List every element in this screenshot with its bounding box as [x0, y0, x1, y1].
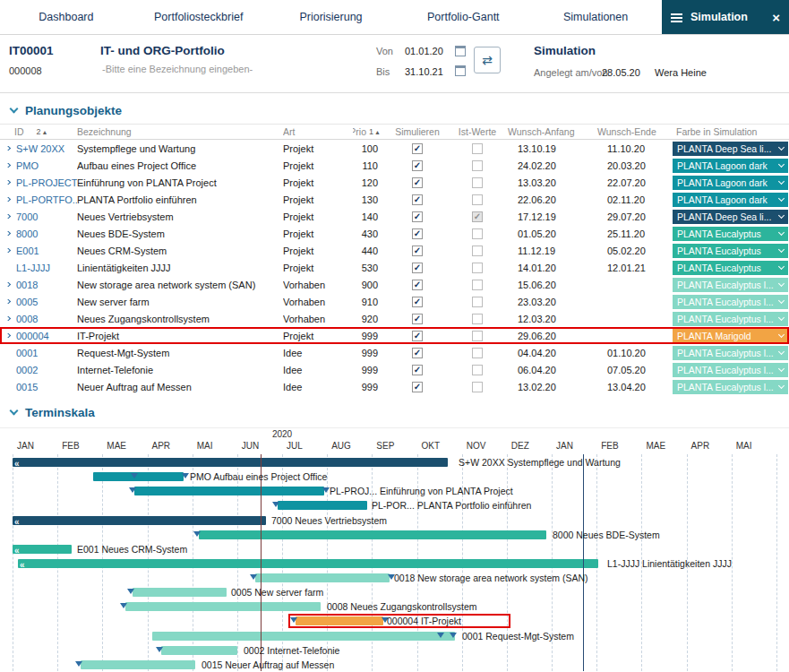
simulieren-checkbox[interactable]: ✓ [385, 246, 450, 256]
expand-icon[interactable] [0, 180, 14, 185]
istwerte-checkbox[interactable] [450, 177, 505, 188]
color-dropdown[interactable]: PLANTA Lagoon dark [672, 176, 789, 190]
color-dropdown[interactable]: PLANTA Eucalyptus [672, 244, 789, 258]
simulieren-checkbox[interactable]: ✓ [385, 382, 450, 392]
color-dropdown[interactable]: PLANTA Eucalyptus l... [672, 295, 789, 309]
color-dropdown[interactable]: PLANTA Eucalyptus l... [672, 380, 789, 394]
table-row[interactable]: PMOAufbau eines Project OfficeProjekt110… [0, 157, 789, 174]
table-row[interactable]: 0015Neuer Auftrag auf MessenIdee999✓13.0… [0, 378, 789, 395]
expand-icon[interactable] [0, 163, 14, 168]
expand-icon[interactable] [0, 248, 14, 253]
gantt-bar[interactable] [278, 501, 367, 510]
col-prio[interactable]: Prio 1 ▲ [353, 126, 385, 137]
calendar-icon[interactable] [455, 65, 466, 76]
col-istwerte[interactable]: Ist-Werte [450, 126, 505, 137]
portfolio-subtitle[interactable]: -Bitte eine Bezeichnung eingeben- [102, 64, 253, 74]
nav-simulationen[interactable]: Simulationen [529, 0, 662, 34]
gantt-bar[interactable]: « [13, 545, 72, 554]
color-dropdown[interactable]: PLANTA Eucalyptus l... [672, 346, 789, 360]
gantt-bar[interactable]: « [13, 516, 266, 525]
expand-icon[interactable] [0, 146, 14, 151]
gantt-bar[interactable] [133, 588, 227, 597]
row-id[interactable]: 0018 [14, 280, 77, 290]
expand-icon[interactable] [0, 282, 14, 287]
col-wunsch-anfang[interactable]: Wunsch-Anfang [505, 126, 595, 137]
expand-icon[interactable] [0, 333, 14, 338]
row-id[interactable]: E001 [14, 246, 77, 256]
col-wunsch-ende[interactable]: Wunsch-Ende [595, 126, 672, 137]
istwerte-checkbox[interactable] [450, 348, 505, 358]
calendar-icon[interactable] [455, 46, 466, 56]
col-art[interactable]: Art [283, 126, 353, 137]
table-row[interactable]: 000004IT-ProjektProjekt999✓29.06.20PLANT… [0, 327, 789, 344]
color-dropdown[interactable]: PLANTA Eucalyptus [672, 227, 789, 241]
simulieren-checkbox[interactable]: ✓ [385, 177, 450, 188]
row-id[interactable]: PL-PROJECT [14, 177, 77, 188]
simulieren-checkbox[interactable]: ✓ [385, 143, 450, 154]
expand-icon[interactable] [0, 316, 14, 321]
gantt-bar[interactable] [134, 487, 324, 495]
table-row[interactable]: 0002Internet-TelefonieIdee999✓06.04.2007… [0, 361, 789, 378]
col-farbe[interactable]: Farbe in Simulation [672, 126, 789, 137]
row-id[interactable]: 0002 [14, 365, 77, 375]
row-id[interactable]: 0015 [14, 382, 77, 392]
row-id[interactable]: 0001 [14, 348, 77, 358]
table-row[interactable]: S+W 20XXSystempflege und WartungProjekt1… [0, 140, 789, 157]
col-simulieren[interactable]: Simulieren [385, 126, 450, 137]
expand-icon[interactable] [0, 214, 14, 219]
table-row[interactable]: 0018New storage area network system (SAN… [0, 276, 789, 293]
row-id[interactable]: PMO [14, 160, 77, 171]
color-dropdown[interactable]: PLANTA Lagoon dark [672, 193, 789, 207]
chevron-down-icon[interactable] [10, 105, 19, 114]
gantt-bar[interactable]: « [18, 559, 598, 568]
row-id[interactable]: 000004 [14, 331, 77, 341]
gantt-bar[interactable] [161, 646, 237, 655]
nav-priorisierung[interactable]: Priorisierung [265, 0, 398, 34]
expand-icon[interactable] [0, 197, 14, 202]
simulieren-checkbox[interactable]: ✓ [385, 211, 450, 222]
nav-portfoliosteckbrief[interactable]: Portfoliosteckbrief [133, 0, 265, 34]
table-row[interactable]: 7000Neues VertriebsystemProjekt140✓✓17.1… [0, 208, 789, 225]
row-id[interactable]: 0008 [14, 314, 77, 324]
gantt-bar[interactable] [81, 660, 195, 669]
gantt-bar[interactable]: « [13, 458, 448, 467]
col-bezeichnung[interactable]: Bezeichnung [77, 126, 283, 137]
row-id[interactable]: 0005 [14, 297, 77, 307]
row-id[interactable]: PL-PORTFO... [14, 194, 77, 205]
von-date-field[interactable]: 01.01.20 [405, 46, 443, 56]
simulieren-checkbox[interactable]: ✓ [385, 228, 450, 239]
istwerte-checkbox[interactable] [450, 194, 505, 205]
color-dropdown[interactable]: PLANTA Eucalyptus l... [672, 363, 789, 377]
simulieren-checkbox[interactable]: ✓ [385, 314, 450, 324]
gantt-bar[interactable] [199, 530, 546, 539]
refresh-button[interactable]: ⇄ [474, 47, 501, 73]
table-row[interactable]: 8000Neues BDE-SystemProjekt430✓01.05.202… [0, 225, 789, 242]
gantt-bar[interactable] [255, 573, 390, 582]
simulieren-checkbox[interactable]: ✓ [385, 331, 450, 341]
color-dropdown[interactable]: PLANTA Deep Sea li... [672, 142, 789, 156]
gantt-bar[interactable] [93, 472, 184, 481]
expand-icon[interactable] [0, 299, 14, 304]
table-row[interactable]: 0008Neues ZugangskontrollsystemVorhaben9… [0, 310, 789, 327]
table-row[interactable]: PL-PORTFO...PLANTA Portfolio einführenPr… [0, 191, 789, 208]
istwerte-checkbox[interactable] [450, 314, 505, 324]
istwerte-checkbox[interactable] [450, 246, 505, 256]
expand-icon[interactable] [0, 231, 14, 236]
gantt-bar[interactable] [125, 602, 321, 611]
simulieren-checkbox[interactable]: ✓ [385, 263, 450, 273]
table-row[interactable]: 0001Request-Mgt-SystemIdee999✓04.04.2001… [0, 344, 789, 361]
table-row[interactable]: E001Neues CRM-SystemProjekt440✓11.12.190… [0, 242, 789, 259]
close-icon[interactable]: × [772, 11, 780, 24]
table-row[interactable]: PL-PROJECTEinführung von PLANTA ProjectP… [0, 174, 789, 191]
istwerte-checkbox[interactable] [450, 263, 505, 273]
col-id[interactable]: ID 2 ▲ [14, 126, 77, 137]
chevron-down-icon[interactable] [10, 407, 19, 416]
istwerte-checkbox[interactable] [450, 280, 505, 290]
istwerte-checkbox[interactable] [450, 382, 505, 392]
color-dropdown[interactable]: PLANTA Eucalyptus l... [672, 278, 789, 292]
color-dropdown[interactable]: PLANTA Lagoon dark [672, 159, 789, 173]
nav-dashboard[interactable]: Dashboard [0, 0, 133, 34]
row-id[interactable]: L1-JJJJ [14, 263, 77, 273]
istwerte-checkbox[interactable] [450, 365, 505, 375]
simulieren-checkbox[interactable]: ✓ [385, 160, 450, 171]
